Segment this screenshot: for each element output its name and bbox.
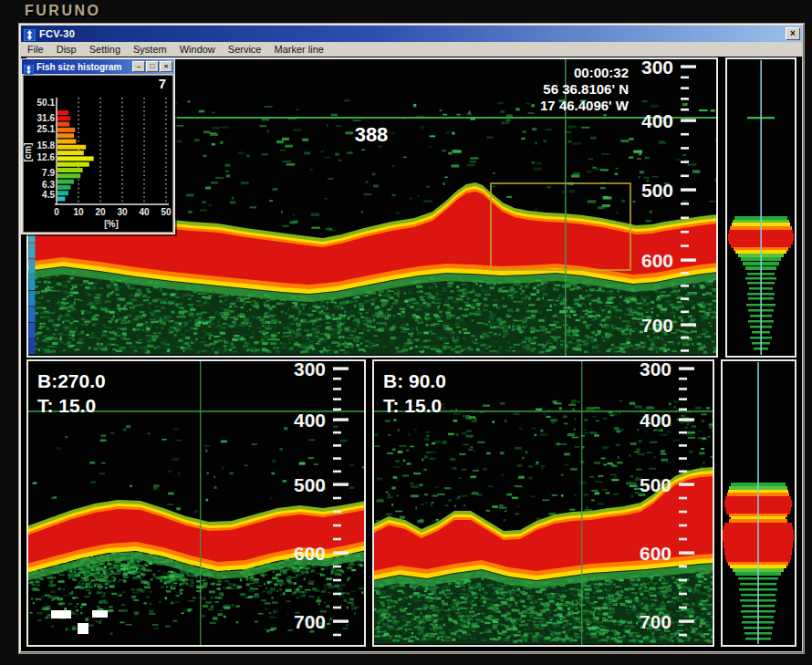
histogram-x-tick: 50 xyxy=(161,207,172,217)
depth-tick-label: 300 xyxy=(294,359,326,379)
histogram-window-title: Fish size histogram xyxy=(36,62,131,72)
histogram-bar xyxy=(57,133,74,138)
menubar: FileDispSettingSystemWindowServiceMarker… xyxy=(21,42,802,57)
time-display: 00:00:32 xyxy=(574,65,629,80)
histogram-x-tick: 40 xyxy=(139,207,150,217)
starboard-tilt-label: T: 15.0 xyxy=(383,395,442,416)
histogram-bar xyxy=(57,145,86,150)
histogram-x-tick: 10 xyxy=(73,207,84,217)
histogram-minimize-button[interactable]: – xyxy=(132,61,145,72)
depth-tick-label: 300 xyxy=(640,359,671,379)
histogram-bar xyxy=(57,151,84,155)
depth-tick-label: 600 xyxy=(641,250,673,271)
histogram-bar xyxy=(57,110,68,115)
transmit-bar-segment xyxy=(29,339,36,355)
client-area: 00:00:32 56 36.8106' N 17 46.4096' W 388… xyxy=(21,57,802,651)
transmit-bar-segment xyxy=(29,323,36,338)
histogram-x-tick: 20 xyxy=(95,207,106,217)
histogram-body: 50.131.625.115.812.67.96.34.501020304050… xyxy=(23,75,173,233)
desktop: FURUNO FCV-30 × FileDispSettingSystemWin… xyxy=(0,0,812,665)
histogram-x-tick: 0 xyxy=(54,207,59,217)
fcv30-window: FCV-30 × FileDispSettingSystemWindowServ… xyxy=(18,23,805,654)
titlebar[interactable]: FCV-30 × xyxy=(21,26,802,42)
port-tilt-label: T: 15.0 xyxy=(37,395,96,416)
ascope-centerline xyxy=(757,362,759,644)
histogram-y-axis-label: [cm] xyxy=(24,142,33,161)
depth-tick-label: 400 xyxy=(294,410,326,431)
menu-item-marker-line[interactable]: Marker line xyxy=(268,44,330,55)
depth-tick-label: 500 xyxy=(641,180,673,201)
close-icon: × xyxy=(790,29,796,38)
fish-size-histogram-window[interactable]: Fish size histogram – □ × 50.131.625.115… xyxy=(21,58,175,234)
depth-tick-label: 500 xyxy=(640,474,671,495)
port-bearing-label: B:270.0 xyxy=(37,370,106,391)
latitude-display: 56 36.8106' N xyxy=(543,81,629,97)
transmit-bar-segment xyxy=(29,259,36,275)
histogram-titlebar[interactable]: Fish size histogram – □ × xyxy=(22,59,174,74)
transmit-bar-segment xyxy=(29,275,36,291)
depth-tick-label: 700 xyxy=(294,611,326,632)
depth-tick-label: 600 xyxy=(640,543,671,564)
white-mark xyxy=(78,623,88,634)
depth-tick-label: 400 xyxy=(641,110,673,131)
histogram-y-tick: 6.3 xyxy=(42,180,55,190)
histogram-close-button[interactable]: × xyxy=(160,61,172,72)
longitude-display: 17 46.4096' W xyxy=(540,98,630,113)
histogram-y-tick: 25.1 xyxy=(37,124,56,134)
ascope-bottom[interactable] xyxy=(721,359,796,647)
histogram-bar xyxy=(57,162,89,167)
transmit-bar-segment xyxy=(29,307,36,323)
histogram-restore-button[interactable]: □ xyxy=(146,61,159,72)
histogram-bar xyxy=(57,191,68,195)
histogram-bar xyxy=(57,180,74,184)
histogram-y-tick: 12.6 xyxy=(37,152,56,162)
cursor-line-vertical xyxy=(200,361,201,645)
ascope-centerline xyxy=(760,60,762,355)
histogram-chart: 50.131.625.115.812.67.96.34.501020304050… xyxy=(24,76,172,230)
histogram-bar xyxy=(57,156,94,161)
menu-item-setting[interactable]: Setting xyxy=(83,44,127,55)
histogram-bar xyxy=(57,197,65,202)
histogram-y-tick: 7.9 xyxy=(42,168,55,178)
histogram-y-tick: 15.8 xyxy=(37,140,56,151)
menu-item-service[interactable]: Service xyxy=(222,44,268,55)
histogram-x-axis-label: [%] xyxy=(104,219,119,229)
histogram-x-tick: 30 xyxy=(117,207,128,217)
menu-item-file[interactable]: File xyxy=(21,44,50,55)
histogram-bar xyxy=(57,173,80,178)
depth-tick-label: 300 xyxy=(641,57,673,78)
minimize-icon: – xyxy=(137,63,141,70)
histogram-bar xyxy=(57,168,83,172)
depth-tick-label: 400 xyxy=(640,410,671,431)
histogram-y-tick: 4.5 xyxy=(42,190,55,200)
marker-depth-label: 388 xyxy=(355,123,389,146)
histogram-y-tick: 50.1 xyxy=(37,98,56,108)
histogram-y-tick: 31.6 xyxy=(37,113,56,123)
histogram-app-icon xyxy=(24,62,34,72)
menu-item-system[interactable]: System xyxy=(127,44,173,55)
close-button[interactable]: × xyxy=(786,27,800,40)
cursor-line-vertical xyxy=(581,361,582,645)
restore-icon: □ xyxy=(151,63,155,70)
close-icon: × xyxy=(164,63,169,70)
depth-tick-label: 700 xyxy=(641,315,673,336)
histogram-count: 7 xyxy=(159,76,166,91)
menu-item-disp[interactable]: Disp xyxy=(50,44,83,55)
port-echogram[interactable]: B:270.0 T: 15.0 300400500600700 xyxy=(26,359,366,647)
starboard-bearing-label: B: 90.0 xyxy=(383,370,446,391)
window-title: FCV-30 xyxy=(39,28,75,39)
app-icon xyxy=(24,28,36,40)
starboard-echogram[interactable]: B: 90.0 T: 15.0 300400500600700 xyxy=(372,359,714,647)
furuno-logo: FURUNO xyxy=(25,3,100,19)
histogram-bar xyxy=(57,128,75,132)
histogram-bar xyxy=(57,185,70,190)
transmit-bar-segment xyxy=(29,244,36,259)
white-mark xyxy=(51,610,71,618)
depth-tick-label: 600 xyxy=(294,543,326,564)
depth-tick-label: 700 xyxy=(640,611,671,632)
transmit-bar-segment xyxy=(29,291,36,307)
white-mark xyxy=(92,610,108,618)
ascope-top[interactable] xyxy=(725,57,796,358)
histogram-bar xyxy=(57,122,69,127)
menu-item-window[interactable]: Window xyxy=(173,44,222,55)
